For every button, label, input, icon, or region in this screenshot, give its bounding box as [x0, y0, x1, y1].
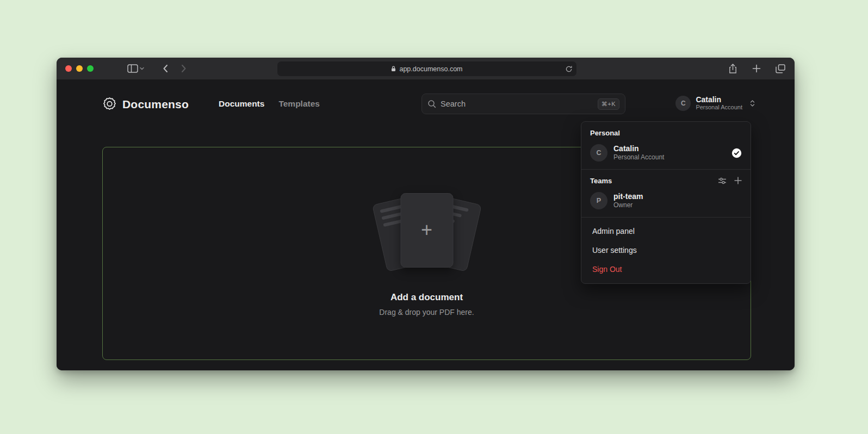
share-icon[interactable] — [725, 61, 740, 76]
search-shortcut-badge: ⌘+K — [598, 98, 619, 110]
nav-item-templates[interactable]: Templates — [278, 99, 320, 109]
documenso-app: Documenso Documents Templates Search ⌘+K… — [57, 80, 795, 370]
account-name: Catalin — [696, 95, 742, 104]
document-card-center: + — [400, 193, 453, 268]
menu-section-teams: Teams P pit-team Owner — [581, 169, 751, 217]
document-stack-illustration: + — [367, 191, 487, 274]
minimize-window-button[interactable] — [76, 65, 83, 72]
address-text: app.documenso.com — [399, 65, 462, 73]
address-bar[interactable]: app.documenso.com — [277, 61, 576, 76]
teams-header-label: Teams — [590, 177, 612, 185]
manage-teams-icon[interactable] — [718, 177, 727, 185]
back-button[interactable] — [158, 61, 173, 76]
personal-header-label: Personal — [590, 129, 620, 137]
new-tab-plus-icon[interactable] — [749, 61, 764, 76]
browser-toolbar: app.documenso.com — [57, 58, 795, 80]
personal-item-subtitle: Personal Account — [613, 153, 664, 162]
menu-item-admin-panel[interactable]: Admin panel — [586, 222, 746, 241]
brand[interactable]: Documenso — [102, 97, 189, 111]
team-avatar: P — [590, 192, 607, 209]
personal-item-name: Catalin — [613, 144, 664, 153]
browser-window: app.documenso.com Documenso Do — [57, 58, 795, 370]
nav-item-documents[interactable]: Documents — [219, 99, 264, 109]
account-subtitle: Personal Account — [696, 104, 742, 111]
check-circle-icon — [731, 148, 742, 158]
lock-icon — [391, 66, 396, 72]
dropzone-subtitle: Drag & drop your PDF here. — [379, 308, 474, 317]
tab-overview-icon[interactable] — [773, 61, 788, 76]
menu-header-teams: Teams — [586, 174, 746, 189]
reload-icon[interactable] — [565, 65, 573, 73]
search-placeholder: Search — [441, 100, 593, 108]
team-item-name: pit-team — [613, 192, 643, 201]
search-input[interactable]: Search ⌘+K — [421, 94, 625, 114]
window-controls — [65, 65, 94, 72]
menu-item-user-settings[interactable]: User settings — [586, 241, 746, 260]
zoom-window-button[interactable] — [87, 65, 94, 72]
documenso-logo-icon — [102, 97, 117, 111]
add-team-plus-icon[interactable] — [734, 177, 742, 185]
menu-item-team-pit-team[interactable]: P pit-team Owner — [586, 189, 746, 213]
chevron-up-down-icon — [749, 100, 755, 107]
account-dropdown-menu: Personal C Catalin Personal Account Team… — [581, 121, 751, 284]
plus-icon: + — [421, 220, 432, 240]
search-icon — [427, 100, 436, 108]
menu-section-links: Admin panel User settings Sign Out — [581, 217, 751, 283]
close-window-button[interactable] — [65, 65, 72, 72]
sidebar-chevron-down-icon[interactable] — [138, 61, 146, 76]
menu-header-personal: Personal — [586, 126, 746, 141]
menu-item-sign-out[interactable]: Sign Out — [586, 260, 746, 279]
dropzone-title: Add a document — [390, 292, 463, 303]
team-item-subtitle: Owner — [613, 201, 643, 209]
primary-nav: Documents Templates — [219, 99, 320, 109]
menu-item-personal-account[interactable]: C Catalin Personal Account — [586, 141, 746, 165]
account-menu-button[interactable]: C Catalin Personal Account — [675, 95, 755, 111]
toolbar-right-actions — [725, 61, 788, 76]
forward-button[interactable] — [176, 61, 191, 76]
personal-avatar: C — [590, 144, 607, 162]
menu-section-personal: Personal C Catalin Personal Account — [581, 122, 751, 169]
brand-name: Documenso — [122, 98, 189, 111]
account-avatar: C — [675, 96, 691, 111]
